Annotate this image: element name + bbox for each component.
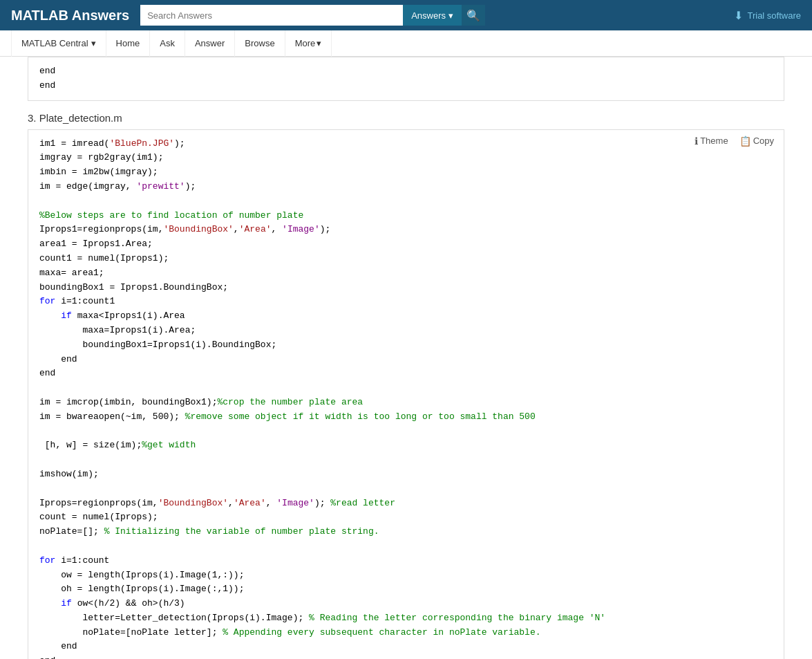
copy-icon: 📋 [739, 136, 751, 147]
copy-button[interactable]: 📋 Copy [737, 134, 777, 148]
search-submit-btn[interactable]: 🔍 [462, 5, 485, 26]
nav-item-more[interactable]: More ▾ [285, 30, 332, 57]
answers-dropdown-btn[interactable]: Answers ▾ [403, 5, 462, 26]
section-filename: Plate_detection.m [39, 112, 122, 124]
theme-icon: ℹ [695, 136, 698, 147]
theme-button[interactable]: ℹ Theme [692, 134, 730, 148]
main-content: end end 3. Plate_detection.m ℹ Theme 📋 C… [0, 57, 812, 659]
header: MATLAB Answers Answers ▾ 🔍 ⬇ Trial softw… [0, 0, 812, 30]
code-toolbar: ℹ Theme 📋 Copy [692, 134, 777, 148]
nav-item-answer[interactable]: Answer [185, 30, 235, 57]
site-logo: MATLAB Answers [11, 8, 129, 24]
nav-item-matlab-central[interactable]: MATLAB Central ▾ [11, 30, 106, 57]
search-input[interactable] [140, 5, 403, 26]
section-heading: 3. Plate_detection.m [28, 102, 784, 129]
nav-item-ask[interactable]: Ask [150, 30, 185, 57]
trial-download-icon: ⬇ [734, 9, 743, 22]
theme-label: Theme [700, 136, 728, 146]
trial-software-link[interactable]: ⬇ Trial software [734, 9, 801, 22]
trial-link-text[interactable]: Trial software [747, 10, 801, 21]
nav-item-browse[interactable]: Browse [235, 30, 285, 57]
code-content: im1 = imread('BluePn.JPG'); imgray = rgb… [28, 130, 784, 659]
search-wrap: Answers ▾ 🔍 [140, 5, 723, 26]
copy-label: Copy [753, 136, 774, 146]
code-block: ℹ Theme 📋 Copy im1 = imread('BluePn.JPG'… [28, 129, 784, 659]
nav-item-home[interactable]: Home [106, 30, 151, 57]
prev-code-block: end end [28, 57, 784, 101]
navbar: MATLAB Central ▾ Home Ask Answer Browse … [0, 30, 812, 57]
search-icon: 🔍 [466, 9, 480, 22]
